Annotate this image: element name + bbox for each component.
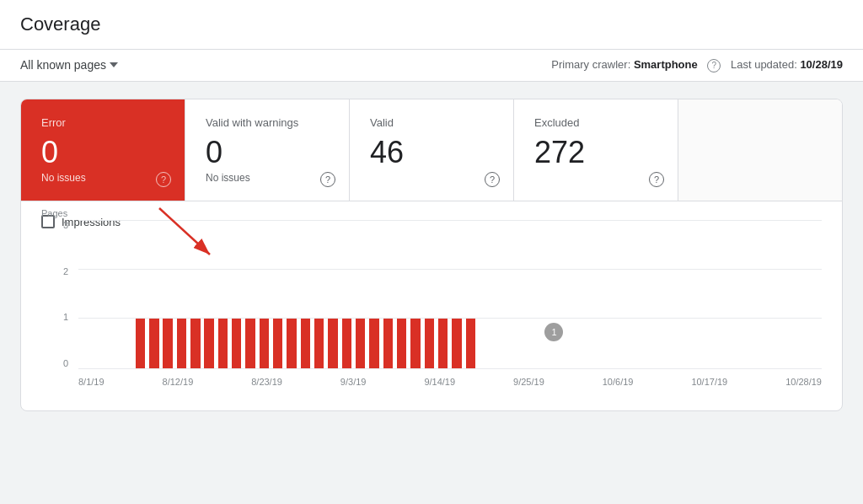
bar-group [505, 220, 518, 368]
y-label-1: 1 [63, 312, 68, 322]
bar-group [450, 220, 464, 368]
bar [452, 319, 461, 368]
stat-box-valid[interactable]: Valid 46 ? [350, 99, 514, 201]
toolbar: All known pages Primary crawler: Smartph… [0, 50, 863, 82]
help-icon-excluded[interactable]: ? [649, 172, 664, 187]
bar-group [478, 220, 491, 368]
bar-group [298, 220, 312, 368]
help-icon-error[interactable]: ? [156, 172, 171, 187]
bar-group [464, 220, 477, 368]
bar-group [326, 220, 340, 368]
bar-group [437, 220, 450, 368]
bar-group [367, 220, 381, 368]
bar [342, 319, 351, 368]
bar-group [739, 220, 753, 368]
toolbar-left: All known pages [20, 58, 118, 72]
chart-section: Impressions Pages [21, 201, 842, 410]
bar-group [725, 220, 738, 368]
bar-group [285, 220, 298, 368]
coverage-card: Error 0 No issues ? Valid with warnings … [20, 99, 843, 412]
bar-group [189, 220, 202, 368]
bar [260, 319, 269, 368]
main-content: Error 0 No issues ? Valid with warnings … [0, 82, 863, 429]
chart-inner: 1 [78, 220, 822, 368]
pages-dropdown[interactable]: All known pages [20, 58, 118, 72]
bar [163, 319, 172, 368]
bar-group [546, 220, 560, 368]
pages-dropdown-label: All known pages [20, 58, 106, 72]
bar [204, 319, 213, 368]
chart-area: Pages 3 2 1 0 [41, 208, 822, 394]
help-icon-valid[interactable]: ? [485, 172, 500, 187]
bar-group [642, 220, 656, 368]
bar-group [670, 220, 683, 368]
help-icon-warnings[interactable]: ? [320, 172, 335, 187]
primary-crawler-value: Smartphone [634, 58, 698, 71]
bar-group [615, 220, 629, 368]
bar-group [381, 220, 394, 368]
stat-error-label: Error [41, 116, 164, 129]
bar [190, 319, 200, 368]
bar-group [587, 220, 601, 368]
bar-group [313, 220, 326, 368]
bar-group [533, 220, 546, 368]
bar [397, 319, 406, 368]
primary-crawler-label: Primary crawler: [551, 58, 630, 71]
bar [466, 319, 475, 368]
bar-group [216, 220, 229, 368]
chevron-down-icon [110, 62, 118, 67]
bar-group [807, 220, 821, 368]
bar-group [657, 220, 670, 368]
stat-box-empty [678, 99, 842, 201]
bar-group [629, 220, 642, 368]
bar-group [106, 220, 120, 368]
help-icon-inline[interactable]: ? [707, 59, 721, 72]
bar [410, 319, 420, 368]
stat-warnings-value: 0 [206, 136, 329, 169]
bar-group [174, 220, 188, 368]
x-label-4: 9/14/19 [424, 377, 455, 387]
bar [328, 319, 337, 368]
bar-group [422, 220, 436, 368]
bar [314, 319, 324, 368]
bar-group [753, 220, 766, 368]
y-label-3: 3 [63, 220, 68, 230]
y-label-0: 0 [63, 358, 68, 368]
bar-group [120, 220, 133, 368]
bars-container [78, 220, 822, 368]
bar-group [92, 220, 105, 368]
bar-group [780, 220, 794, 368]
page-title: Coverage [20, 13, 843, 35]
last-updated-label: Last updated: [731, 58, 797, 71]
stat-valid-label: Valid [370, 116, 493, 129]
bar [177, 319, 186, 368]
bar-group [244, 220, 257, 368]
bar-group [354, 220, 367, 368]
page-header: Coverage [0, 0, 863, 50]
bar-group [574, 220, 587, 368]
bar-group [133, 220, 147, 368]
bar-group [766, 220, 780, 368]
bar [383, 319, 393, 368]
x-label-5: 9/25/19 [513, 377, 544, 387]
bar-group [161, 220, 174, 368]
bar-group [230, 220, 244, 368]
stat-error-value: 0 [41, 136, 164, 169]
y-label-2: 2 [63, 266, 68, 276]
bar-group [202, 220, 216, 368]
bar-group [491, 220, 505, 368]
bar-group [340, 220, 353, 368]
stat-box-error[interactable]: Error 0 No issues ? [21, 99, 185, 201]
x-labels: 8/1/19 8/12/19 8/23/19 9/3/19 9/14/19 9/… [78, 377, 822, 387]
bar [356, 319, 365, 368]
bar-group [395, 220, 409, 368]
stat-error-sublabel: No issues [41, 172, 164, 184]
bar [245, 319, 255, 368]
x-axis: 8/1/19 8/12/19 8/23/19 9/3/19 9/14/19 9/… [78, 370, 822, 394]
stat-box-valid-warnings[interactable]: Valid with warnings 0 No issues ? [185, 99, 350, 201]
bar-group [794, 220, 807, 368]
bar [232, 319, 241, 368]
bar [273, 319, 282, 368]
stat-box-excluded[interactable]: Excluded 272 ? [514, 99, 678, 201]
y-axis: 3 2 1 0 [41, 220, 75, 368]
